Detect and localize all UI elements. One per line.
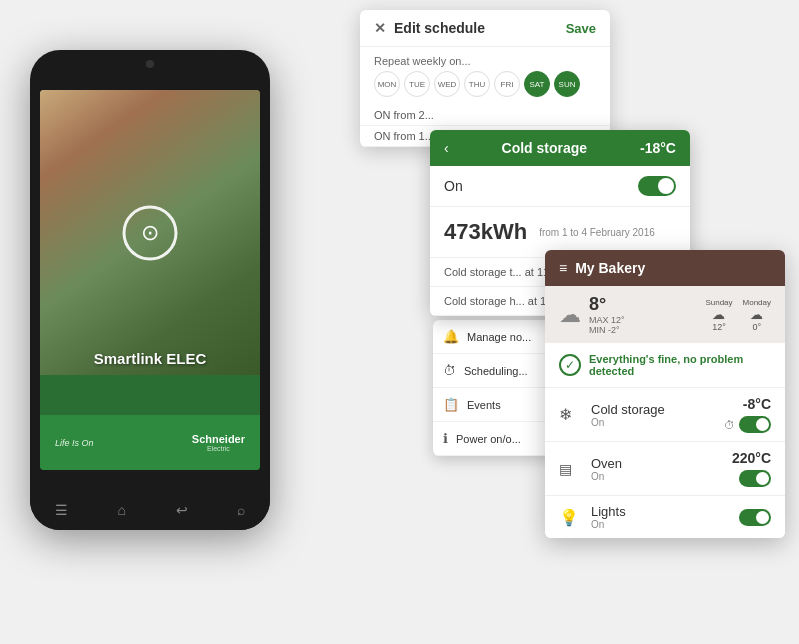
kwh-date: from 1 to 4 February 2016 <box>539 227 676 238</box>
repeat-label: Repeat weekly on... <box>360 47 610 71</box>
menu-item-events[interactable]: 📋 Events <box>433 388 553 422</box>
oven-device-status: On <box>591 471 732 482</box>
weather-min: MIN -2° <box>589 325 625 335</box>
phone-image: ⊙ Smartlink ELEC <box>40 90 260 375</box>
lights-device-info: Lights On <box>591 504 739 530</box>
phone-brand-text: Smartlink ELEC <box>40 350 260 367</box>
oven-device-right: 220°C <box>732 450 771 487</box>
cold-device-status: On <box>591 417 724 428</box>
lights-device-right <box>739 509 771 526</box>
oven-device-name: Oven <box>591 456 732 471</box>
phone: ⊙ Smartlink ELEC Life Is On Schneider El… <box>30 30 270 610</box>
schedule-title-row: ✕ Edit schedule <box>374 20 485 36</box>
cold-device-temp: -8°C <box>743 396 771 412</box>
schneider-name: Schneider <box>192 433 245 445</box>
cold-device-name: Cold storage <box>591 402 724 417</box>
weather-sunday: Sunday ☁ 12° <box>705 298 732 332</box>
phone-body: ⊙ Smartlink ELEC Life Is On Schneider El… <box>30 50 270 530</box>
phone-screen: ⊙ Smartlink ELEC Life Is On Schneider El… <box>40 90 260 470</box>
sunday-label: Sunday <box>705 298 732 307</box>
schneider-sub: Electric <box>207 445 230 452</box>
sunday-icon: ☁ <box>705 307 732 322</box>
cold-device-right: -8°C ⏱ <box>724 396 771 433</box>
cold-storage-title: Cold storage <box>502 140 588 156</box>
cold-device-controls: ⏱ <box>724 416 771 433</box>
menu-manage-label: Manage no... <box>467 331 531 343</box>
day-sat[interactable]: SAT <box>524 71 550 97</box>
bell-icon: 🔔 <box>443 329 459 344</box>
check-circle: ✓ <box>559 354 581 376</box>
day-tue[interactable]: TUE <box>404 71 430 97</box>
lights-device-name: Lights <box>591 504 739 519</box>
home-icon[interactable]: ⌂ <box>117 502 125 518</box>
phone-logo-icon: ⊙ <box>141 220 159 246</box>
weather-monday: Monday ☁ 0° <box>743 298 771 332</box>
monday-label: Monday <box>743 298 771 307</box>
menu-scheduling-label: Scheduling... <box>464 365 528 377</box>
on-from-1: ON from 2... <box>360 105 610 126</box>
device-cold-storage: ❄ Cold storage On -8°C ⏱ <box>545 388 785 442</box>
day-wed[interactable]: WED <box>434 71 460 97</box>
menu-item-power[interactable]: ℹ Power on/o... <box>433 422 553 456</box>
oven-device-info: Oven On <box>591 456 732 482</box>
schneider-logo: Schneider Electric <box>192 433 245 452</box>
lights-device-controls <box>739 509 771 526</box>
menu-item-scheduling[interactable]: ⏱ Scheduling... <box>433 354 553 388</box>
phone-bottom-left: Life Is On <box>55 438 94 448</box>
back-icon[interactable]: ‹ <box>444 140 449 156</box>
menu-power-label: Power on/o... <box>456 433 521 445</box>
oven-device-temp: 220°C <box>732 450 771 466</box>
day-thu[interactable]: THU <box>464 71 490 97</box>
schedule-title: Edit schedule <box>394 20 485 36</box>
life-is-on-text: Life Is On <box>55 438 94 448</box>
clock-icon: ⏱ <box>443 363 456 378</box>
monday-temp: 0° <box>743 322 771 332</box>
phone-logo-circle: ⊙ <box>123 205 178 260</box>
kwh-value: 473kWh <box>444 219 527 245</box>
save-button[interactable]: Save <box>566 21 596 36</box>
phone-camera <box>146 60 154 68</box>
search-icon[interactable]: ⌕ <box>237 502 245 518</box>
monday-icon: ☁ <box>743 307 771 322</box>
sunday-temp: 12° <box>705 322 732 332</box>
bakery-header: ≡ My Bakery <box>545 250 785 286</box>
day-fri[interactable]: FRI <box>494 71 520 97</box>
oven-device-controls <box>739 470 771 487</box>
days-row: MON TUE WED THU FRI SAT SUN <box>360 71 610 105</box>
lights-device-toggle[interactable] <box>739 509 771 526</box>
cold-on-row: On <box>430 166 690 207</box>
bakery-title: My Bakery <box>575 260 771 276</box>
cold-device-icon: ❄ <box>559 405 583 424</box>
alert-row: ✓ Everything's fine, no problem detected <box>545 343 785 388</box>
cold-device-info: Cold storage On <box>591 402 724 428</box>
events-icon: 📋 <box>443 397 459 412</box>
menu-item-manage[interactable]: 🔔 Manage no... <box>433 320 553 354</box>
day-mon[interactable]: MON <box>374 71 400 97</box>
weather-temp: 8° <box>589 294 625 315</box>
weather-current: 8° MAX 12° MIN -2° <box>589 294 625 335</box>
day-sun[interactable]: SUN <box>554 71 580 97</box>
schedule-header: ✕ Edit schedule Save <box>360 10 610 47</box>
cold-header: ‹ Cold storage -18°C <box>430 130 690 166</box>
weather-section: ☁ 8° MAX 12° MIN -2° Sunday ☁ 12° Monday… <box>545 286 785 343</box>
lights-device-icon: 💡 <box>559 508 583 527</box>
back-icon[interactable]: ↩ <box>176 502 188 518</box>
phone-bottom-bar: Life Is On Schneider Electric <box>40 415 260 470</box>
cold-timer-icon: ⏱ <box>724 419 735 431</box>
oven-device-toggle[interactable] <box>739 470 771 487</box>
cold-toggle[interactable] <box>638 176 676 196</box>
cold-device-toggle[interactable] <box>739 416 771 433</box>
menu-icon[interactable]: ☰ <box>55 502 68 518</box>
on-label: On <box>444 178 463 194</box>
device-oven: ▤ Oven On 220°C <box>545 442 785 496</box>
weather-max: MAX 12° <box>589 315 625 325</box>
lights-device-status: On <box>591 519 739 530</box>
device-lights: 💡 Lights On <box>545 496 785 538</box>
menu-events-label: Events <box>467 399 501 411</box>
weather-days: Sunday ☁ 12° Monday ☁ 0° <box>705 298 771 332</box>
weather-cloud-icon: ☁ <box>559 302 581 328</box>
alert-text: Everything's fine, no problem detected <box>589 353 771 377</box>
phone-nav-bar: ☰ ⌂ ↩ ⌕ <box>30 490 270 530</box>
hamburger-icon[interactable]: ≡ <box>559 260 567 276</box>
close-icon[interactable]: ✕ <box>374 20 386 36</box>
